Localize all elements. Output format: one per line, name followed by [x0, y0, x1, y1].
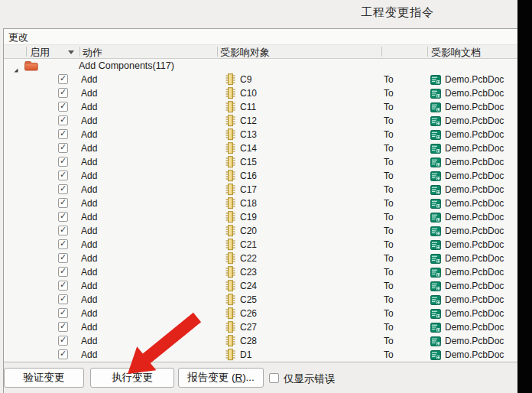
row-direction: To — [384, 102, 394, 112]
table-row[interactable]: Add C18 To — [4, 196, 517, 210]
row-checkbox[interactable] — [58, 157, 68, 167]
row-action: Add — [81, 171, 97, 181]
row-object: C17 — [240, 184, 257, 195]
row-object: C11 — [240, 102, 256, 112]
table-row[interactable]: Add D1 To — [4, 348, 517, 362]
row-checkbox[interactable] — [58, 322, 68, 332]
eco-dialog: 工程变更指令 更改 启用 动作 受影响对象 受影响文档 — [0, 0, 532, 393]
table-row[interactable]: Add C15 To — [4, 155, 517, 169]
row-document: Demo.PcbDoc — [445, 129, 504, 140]
report-accel-key: R — [235, 372, 242, 383]
table-row[interactable]: Add C19 To — [4, 210, 517, 224]
row-action: Add — [81, 336, 97, 346]
table-row[interactable]: Add C11 To — [4, 100, 517, 114]
group-row-add-components[interactable]: Add Components(117) — [4, 59, 517, 73]
row-object: C22 — [240, 253, 257, 264]
row-checkbox[interactable] — [58, 336, 68, 346]
row-direction: To — [384, 294, 394, 305]
row-action: Add — [81, 322, 97, 333]
row-object: C24 — [240, 281, 257, 291]
row-direction: To — [384, 281, 394, 291]
filter-dropdown-icon[interactable] — [68, 50, 74, 54]
only-show-errors-label: 仅显示错误 — [284, 372, 336, 386]
changes-group-header: 更改 — [4, 29, 517, 44]
row-document: Demo.PcbDoc — [445, 349, 504, 360]
screenshot-black-edge — [517, 0, 532, 393]
column-separator — [26, 47, 27, 57]
row-object: C12 — [240, 115, 257, 126]
dialog-title: 工程变更指令 — [306, 5, 489, 20]
row-checkbox[interactable] — [58, 226, 68, 235]
row-object: C16 — [240, 171, 257, 181]
row-checkbox[interactable] — [58, 74, 68, 84]
row-document: Demo.PcbDoc — [445, 336, 504, 346]
table-row[interactable]: Add C28 To — [4, 334, 517, 348]
row-object: C23 — [240, 267, 257, 278]
row-checkbox[interactable] — [58, 129, 68, 139]
row-checkbox[interactable] — [58, 253, 68, 263]
table-row[interactable]: Add C17 To — [4, 183, 517, 196]
row-checkbox[interactable] — [58, 349, 68, 359]
row-document: Demo.PcbDoc — [445, 267, 504, 278]
table-row[interactable]: Add C24 To — [4, 279, 517, 293]
table-row[interactable]: Add C9 To — [4, 73, 517, 86]
table-row[interactable]: Add C22 To — [4, 252, 517, 265]
table-row[interactable]: Add C21 To — [4, 238, 517, 252]
row-checkbox[interactable] — [58, 294, 68, 304]
row-checkbox[interactable] — [58, 308, 68, 318]
row-action: Add — [81, 294, 97, 305]
row-action: Add — [81, 281, 97, 291]
row-checkbox[interactable] — [58, 184, 68, 194]
callout-arrow-icon — [107, 310, 214, 382]
row-object: C19 — [240, 212, 257, 222]
table-row[interactable]: Add C25 To — [4, 293, 517, 307]
row-direction: To — [384, 129, 394, 140]
row-checkbox[interactable] — [58, 171, 68, 180]
pcb-document-icon — [430, 349, 441, 363]
row-checkbox[interactable] — [58, 267, 68, 277]
table-row[interactable]: Add C20 To — [4, 224, 517, 238]
table-row[interactable]: Add C23 To — [4, 265, 517, 279]
row-action: Add — [81, 74, 97, 85]
row-document: Demo.PcbDoc — [445, 308, 504, 319]
row-object: C14 — [240, 143, 257, 154]
column-separator — [427, 47, 428, 57]
row-checkbox[interactable] — [58, 102, 68, 112]
row-object: C15 — [240, 157, 257, 167]
row-checkbox[interactable] — [58, 239, 68, 249]
row-object: C21 — [240, 239, 257, 250]
table-row[interactable]: Add C26 To — [4, 307, 517, 320]
table-row[interactable]: Add C27 To — [4, 320, 517, 334]
row-object: C28 — [240, 336, 257, 346]
row-action: Add — [81, 253, 97, 264]
row-checkbox[interactable] — [58, 143, 68, 153]
row-direction: To — [384, 212, 394, 222]
column-header-affected-object[interactable]: 受影响对象 — [220, 46, 270, 60]
row-document: Demo.PcbDoc — [445, 226, 504, 236]
row-direction: To — [384, 239, 394, 250]
row-direction: To — [384, 198, 394, 209]
table-row[interactable]: Add C13 To — [4, 128, 517, 141]
row-checkbox[interactable] — [58, 115, 68, 125]
report-label-suffix: )... — [242, 372, 255, 383]
row-action: Add — [81, 212, 97, 222]
row-object: C20 — [240, 226, 257, 236]
table-row[interactable]: Add C12 To — [4, 114, 517, 128]
row-object: C27 — [240, 322, 257, 333]
row-direction: To — [384, 226, 394, 236]
row-document: Demo.PcbDoc — [445, 115, 504, 126]
table-row[interactable]: Add C14 To — [4, 141, 517, 155]
column-header-enabled[interactable]: 启用 — [30, 46, 50, 60]
column-header-action[interactable]: 动作 — [83, 46, 102, 60]
row-checkbox[interactable] — [58, 198, 68, 208]
validate-changes-button[interactable]: 验证变更 — [4, 368, 84, 388]
table-row[interactable]: Add C10 To — [4, 86, 517, 100]
row-action: Add — [81, 308, 97, 319]
row-checkbox[interactable] — [58, 281, 68, 291]
row-checkbox[interactable] — [58, 212, 68, 222]
only-show-errors-checkbox[interactable] — [269, 373, 279, 383]
row-checkbox[interactable] — [58, 88, 68, 98]
column-header-affected-document[interactable]: 受影响文档 — [431, 46, 481, 60]
table-row[interactable]: Add C16 To — [4, 169, 517, 183]
row-document: Demo.PcbDoc — [445, 322, 504, 333]
